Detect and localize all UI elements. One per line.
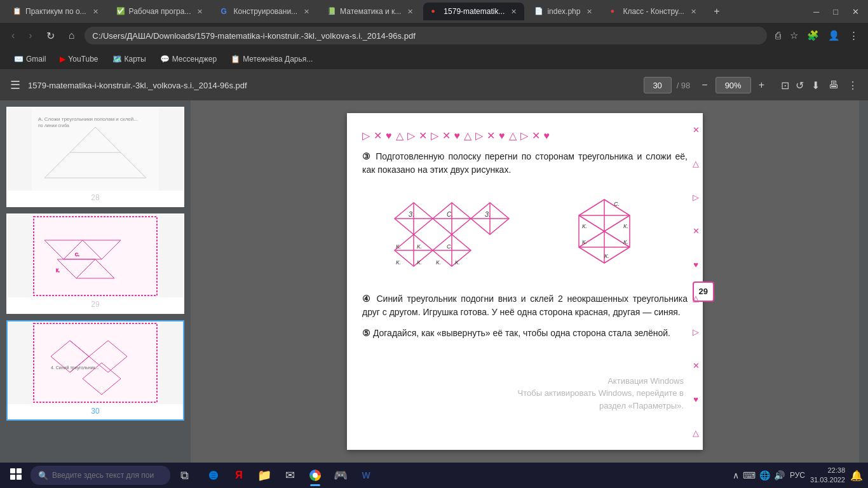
extensions-icon[interactable]: 🧩 [805,28,821,43]
tab-2[interactable]: ✅ Рабочая програ... ✕ [109,3,211,20]
tray-arrow[interactable]: ∧ [733,470,739,480]
tab1-label: Практикум по о... [25,7,86,16]
metezhneva-icon: 📋 [231,55,240,64]
tab2-close[interactable]: ✕ [197,8,203,16]
top-decoration: ▷ ✕ ♥ △ ▷ ✕ ▷ ✕ ♥ △ ▷ ✕ ♥ △ ▷ ✕ ♥ [362,128,688,144]
pdf-toolbar: ☰ 1579-matematika-i-konstruir.-3kl._volk… [0,70,868,100]
tab5-close[interactable]: ✕ [511,8,517,16]
search-input[interactable] [52,471,154,480]
tab-5[interactable]: ● 1579-matematik... ✕ [423,3,524,20]
back-button[interactable]: ‹ [8,27,18,44]
svg-text:С.: С. [447,211,453,218]
tab7-close[interactable]: ✕ [691,8,696,16]
keyboard-icon[interactable]: ⌨ [743,470,756,480]
forward-button[interactable]: › [25,27,36,44]
step4-content: Синий треугольник подогни вниз и склей 2… [362,294,688,317]
minimize-button[interactable]: ─ [810,6,823,18]
messenger-icon: 💬 [160,55,170,64]
pdf-menu-button[interactable]: ☰ [10,78,20,92]
tab6-close[interactable]: ✕ [587,8,592,16]
zoom-in-button[interactable]: + [755,78,768,92]
step3-number: ③ [362,151,372,161]
tab3-close[interactable]: ✕ [304,8,309,16]
start-button[interactable] [5,466,27,485]
tab1-favicon: 📋 [13,7,22,16]
edge-button[interactable] [201,463,226,487]
task-view-button[interactable]: ⧉ [177,466,193,485]
deco-arrow1: ▷ [362,128,370,144]
svg-text:К.: К. [417,259,422,266]
page-divider: / 98 [677,81,691,90]
tab-1[interactable]: 📋 Практикум по о... ✕ [5,3,106,20]
svg-text:К.: К. [396,243,401,250]
volume-icon[interactable]: 🔊 [774,470,785,480]
tab-4[interactable]: 📗 Математика и к... ✕ [320,3,421,20]
network-icon[interactable]: 🌐 [759,470,770,480]
word-button[interactable]: W [354,463,378,487]
maximize-button[interactable]: □ [829,6,842,18]
taskbar-search[interactable]: 🔍 [31,466,170,485]
share-icon[interactable]: ⎙ [773,28,783,43]
bookmark-maps[interactable]: 🗺️ Карты [107,53,151,65]
tab5-favicon: ● [431,7,440,16]
tab7-label: Класс - Констру... [623,7,684,16]
bookmark-star-icon[interactable]: ☆ [788,28,800,43]
pdf-more-button[interactable]: ⋮ [848,79,858,92]
notification-button[interactable]: 🔔 [850,470,863,482]
gmail-icon: ✉️ [14,55,24,64]
sidebar-panel: А. Сложи треугольники пополам и склей...… [0,100,191,463]
tab1-close[interactable]: ✕ [93,8,98,16]
close-button[interactable]: ✕ [848,6,863,18]
menu-icon[interactable]: ⋮ [847,28,860,43]
bookmark-gmail[interactable]: ✉️ Gmail [9,53,51,65]
discord-button[interactable]: 🎮 [329,463,353,487]
thumbnail-28[interactable]: А. Сложи треугольники пополам и склей...… [6,107,184,207]
yandex-button[interactable]: Я [227,463,251,487]
tab-6[interactable]: 📄 index.php ✕ [527,3,600,20]
bookmark-metezhneva[interactable]: 📋 Метежнёва Дарья... [226,53,318,65]
tab2-favicon: ✅ [116,7,125,16]
rdeco1: ✕ [693,124,700,137]
taskbar-right: ∧ ⌨ 🌐 🔊 РУС 22:38 31.03.2022 🔔 [733,466,863,485]
address-input[interactable] [85,27,767,44]
tab-7[interactable]: ● Класс - Констру... ✕ [602,3,703,20]
zoom-input[interactable] [715,77,751,93]
deco-heart4: ♥ [544,128,550,144]
print-button[interactable]: 🖶 [829,79,839,92]
title-bar: 📋 Практикум по о... ✕ ✅ Рабочая програ..… [0,0,868,23]
page-number-input[interactable] [644,77,672,93]
svg-text:К.: К. [623,223,628,229]
mail-button[interactable]: ✉ [278,463,302,487]
bookmark-youtube[interactable]: ▶ YouTube [55,53,103,65]
deco-arrow2: ▷ [407,128,415,144]
files-button[interactable]: 📁 [252,463,276,487]
windows-watermark: Активация Windows Чтобы активировать Win… [518,375,684,412]
tab7-favicon: ● [610,7,619,16]
profile-icon[interactable]: 👤 [826,28,842,43]
thumb-29-num: 29 [91,300,99,309]
tab-3[interactable]: G Конструировани... ✕ [213,3,317,20]
download-button[interactable]: ⬇ [811,79,820,92]
time-block[interactable]: 22:38 31.03.2022 [810,466,845,485]
new-tab-button[interactable]: + [707,3,727,20]
thumbnail-29[interactable]: К. С. 29 [6,214,184,314]
chrome-button[interactable] [303,463,327,487]
right-scrollbar[interactable] [859,100,868,463]
deco-arrow3: ▷ [431,128,438,144]
rdeco8: ✕ [693,360,700,372]
home-button[interactable]: ⌂ [65,27,79,44]
rdeco10: △ [693,427,699,440]
svg-text:К.: К. [455,259,460,266]
thumbnail-30[interactable]: 4. Синий треугольник... 30 [6,320,184,421]
rotate-button[interactable]: ↺ [796,79,804,92]
fit-page-button[interactable]: ⊡ [781,79,789,92]
tab4-close[interactable]: ✕ [407,8,413,16]
bookmark-messenger[interactable]: 💬 Мессенджер [155,53,222,65]
language-indicator[interactable]: РУС [790,471,805,480]
pdf-main[interactable]: ▷ ✕ ♥ △ ▷ ✕ ▷ ✕ ♥ △ ▷ ✕ ♥ △ ▷ ✕ ♥ ③ [191,100,859,463]
tab3-favicon: G [220,7,229,16]
tab5-label: 1579-matematik... [444,7,505,16]
reload-button[interactable]: ↻ [43,27,58,44]
zoom-out-button[interactable]: − [698,78,711,92]
tab3-label: Конструировани... [233,7,297,16]
